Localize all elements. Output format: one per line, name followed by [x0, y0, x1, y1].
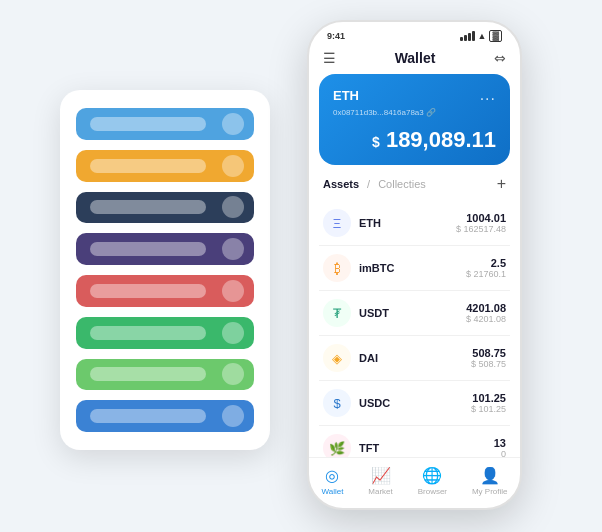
- asset-usd: $ 162517.48: [456, 224, 506, 234]
- signal-icon: [460, 31, 475, 41]
- asset-row[interactable]: $ USDC 101.25 $ 101.25: [319, 381, 510, 426]
- bar-label: [90, 200, 206, 214]
- bg-card-panel: [60, 90, 270, 450]
- bottom-nav: ◎ Wallet 📈 Market 🌐 Browser 👤 My Profile: [309, 457, 520, 508]
- phone-header: ☰ Wallet ⇔: [309, 46, 520, 74]
- nav-browser-icon: 🌐: [422, 466, 442, 485]
- color-bar-blue: [76, 400, 254, 432]
- nav-item-market[interactable]: 📈 Market: [368, 466, 392, 496]
- asset-usd: $ 101.25: [471, 404, 506, 414]
- wifi-icon: ▲: [478, 31, 487, 41]
- nav-browser-label: Browser: [418, 487, 447, 496]
- eth-card-top: ETH ...: [333, 86, 496, 104]
- color-bar-green: [76, 317, 254, 349]
- asset-icon-tft: 🌿: [323, 434, 351, 457]
- color-bar-orange: [76, 150, 254, 182]
- bar-label: [90, 159, 206, 173]
- asset-amounts: 13 0: [494, 437, 506, 457]
- asset-icon-usdc: $: [323, 389, 351, 417]
- bar-icon: [222, 322, 244, 344]
- nav-wallet-label: Wallet: [321, 487, 343, 496]
- bar-label: [90, 326, 206, 340]
- bar-label: [90, 117, 206, 131]
- nav-wallet-icon: ◎: [325, 466, 339, 485]
- asset-list: Ξ ETH 1004.01 $ 162517.48 ₿ imBTC 2.5 $ …: [309, 201, 520, 457]
- assets-tabs: Assets / Collecties: [323, 178, 426, 190]
- bar-label: [90, 367, 206, 381]
- bar-label: [90, 284, 206, 298]
- asset-name: USDT: [359, 307, 466, 319]
- asset-usd: $ 4201.08: [466, 314, 506, 324]
- asset-amounts: 508.75 $ 508.75: [471, 347, 506, 369]
- eth-card-label: ETH: [333, 88, 359, 103]
- color-bar-purple-dark: [76, 233, 254, 265]
- asset-icon-usdt: ₮: [323, 299, 351, 327]
- nav-my-profile-label: My Profile: [472, 487, 508, 496]
- asset-balance: 4201.08: [466, 302, 506, 314]
- tab-divider: /: [367, 178, 370, 190]
- color-bar-dark-navy: [76, 192, 254, 224]
- asset-icon-imbtc: ₿: [323, 254, 351, 282]
- asset-usd: $ 21760.1: [466, 269, 506, 279]
- asset-amounts: 2.5 $ 21760.1: [466, 257, 506, 279]
- asset-amounts: 1004.01 $ 162517.48: [456, 212, 506, 234]
- asset-balance: 1004.01: [456, 212, 506, 224]
- asset-row[interactable]: Ξ ETH 1004.01 $ 162517.48: [319, 201, 510, 246]
- page-title: Wallet: [395, 50, 436, 66]
- status-time: 9:41: [327, 31, 345, 41]
- nav-market-icon: 📈: [371, 466, 391, 485]
- asset-name: USDC: [359, 397, 471, 409]
- color-bar-light-green: [76, 359, 254, 391]
- bar-icon: [222, 196, 244, 218]
- tab-assets[interactable]: Assets: [323, 178, 359, 190]
- menu-icon[interactable]: ☰: [323, 50, 336, 66]
- asset-balance: 508.75: [471, 347, 506, 359]
- phone-mockup: 9:41 ▲ ▓ ☰ Wallet ⇔ ETH ... 0x08711d3b..…: [307, 20, 522, 510]
- bar-label: [90, 242, 206, 256]
- color-bar-blue-light: [76, 108, 254, 140]
- asset-amounts: 101.25 $ 101.25: [471, 392, 506, 414]
- eth-card: ETH ... 0x08711d3b...8416a78a3 🔗 $ 189,0…: [319, 74, 510, 165]
- nav-my-profile-icon: 👤: [480, 466, 500, 485]
- asset-amounts: 4201.08 $ 4201.08: [466, 302, 506, 324]
- assets-header: Assets / Collecties +: [309, 175, 520, 201]
- color-bar-red: [76, 275, 254, 307]
- bar-icon: [222, 280, 244, 302]
- eth-address: 0x08711d3b...8416a78a3 🔗: [333, 108, 496, 117]
- eth-card-menu[interactable]: ...: [480, 86, 496, 104]
- asset-name: TFT: [359, 442, 494, 454]
- nav-item-browser[interactable]: 🌐 Browser: [418, 466, 447, 496]
- asset-name: DAI: [359, 352, 471, 364]
- asset-balance: 13: [494, 437, 506, 449]
- asset-row[interactable]: ₮ USDT 4201.08 $ 4201.08: [319, 291, 510, 336]
- bar-icon: [222, 238, 244, 260]
- asset-usd: $ 508.75: [471, 359, 506, 369]
- bar-label: [90, 409, 206, 423]
- asset-balance: 101.25: [471, 392, 506, 404]
- asset-row[interactable]: 🌿 TFT 13 0: [319, 426, 510, 457]
- asset-row[interactable]: ₿ imBTC 2.5 $ 21760.1: [319, 246, 510, 291]
- bar-icon: [222, 113, 244, 135]
- asset-balance: 2.5: [466, 257, 506, 269]
- nav-market-label: Market: [368, 487, 392, 496]
- expand-icon[interactable]: ⇔: [494, 50, 506, 66]
- asset-name: ETH: [359, 217, 456, 229]
- battery-icon: ▓: [489, 30, 502, 42]
- bar-icon: [222, 405, 244, 427]
- status-bar: 9:41 ▲ ▓: [309, 22, 520, 46]
- status-icons: ▲ ▓: [460, 30, 502, 42]
- asset-name: imBTC: [359, 262, 466, 274]
- eth-balance: $ 189,089.11: [333, 127, 496, 153]
- nav-item-my-profile[interactable]: 👤 My Profile: [472, 466, 508, 496]
- nav-item-wallet[interactable]: ◎ Wallet: [321, 466, 343, 496]
- asset-icon-dai: ◈: [323, 344, 351, 372]
- bar-icon: [222, 363, 244, 385]
- tab-collecties[interactable]: Collecties: [378, 178, 426, 190]
- asset-usd: 0: [494, 449, 506, 457]
- asset-icon-eth: Ξ: [323, 209, 351, 237]
- add-asset-button[interactable]: +: [497, 175, 506, 193]
- asset-row[interactable]: ◈ DAI 508.75 $ 508.75: [319, 336, 510, 381]
- bar-icon: [222, 155, 244, 177]
